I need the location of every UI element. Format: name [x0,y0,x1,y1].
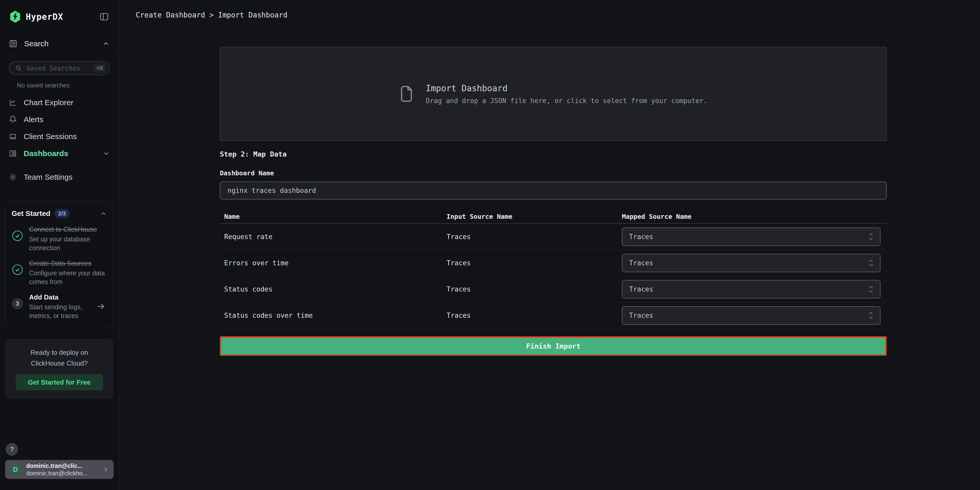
get-started-title: Get Started [11,210,50,218]
dashboard-grid-icon [9,150,17,158]
user-name: dominic.tran@clic... [26,462,88,470]
dropzone-text: Import Dashboard Drag and drop a JSON fi… [426,83,708,105]
selected-option: Traces [629,233,653,241]
dropzone-subtitle: Drag and drop a JSON file here, or click… [426,97,708,105]
chevron-right-icon [102,466,109,473]
select-chevrons-icon [867,258,875,268]
search-section-icon [9,39,18,48]
user-email: dominic.tran@clickho... [26,470,88,477]
sidebar-item-label: Chart Explorer [24,98,73,107]
chart-name-cell: Request rate [224,233,447,241]
table-row: Request rate Traces Traces [220,224,887,250]
table-row: Status codes over time Traces Traces [220,302,887,329]
chart-name-cell: Errors over time [224,259,447,267]
mapped-source-select[interactable]: Traces [622,306,880,325]
bell-icon [9,115,17,124]
get-started-free-button[interactable]: Get Started for Free [16,374,103,390]
input-source-cell: Traces [447,285,622,293]
table-header-row: Name Input Source Name Mapped Source Nam… [220,210,887,224]
file-icon [399,84,414,103]
chart-name-cell: Status codes over time [224,312,447,319]
mapped-source-select[interactable]: Traces [622,228,880,246]
laptop-icon [9,132,17,141]
step-title: Create Data Sources [29,259,107,267]
column-header-input-source: Input Source Name [447,213,622,220]
selected-option: Traces [629,259,653,267]
logo-row: HyperDX [0,0,119,33]
breadcrumb[interactable]: Create Dashboard > Import Dashboard [136,11,288,19]
get-started-step-connect[interactable]: Connect to ClickHouse Set up your databa… [11,225,107,252]
sidebar: HyperDX Search Saved Searches ⌘K [0,0,119,490]
sidebar-item-client-sessions[interactable]: Client Sessions [0,128,119,145]
progress-badge: 2/3 [54,209,70,218]
sidebar-item-chart-explorer[interactable]: Chart Explorer [0,94,119,111]
table-row: Errors over time Traces Traces [220,250,887,276]
mapped-source-select[interactable]: Traces [622,280,880,299]
sidebar-item-team-settings[interactable]: Team Settings [0,169,119,186]
get-started-header[interactable]: Get Started 2/3 [11,209,107,218]
chart-name-cell: Status codes [224,285,447,293]
get-started-step-sources[interactable]: Create Data Sources Configure where your… [11,259,107,286]
step-number-badge: 3 [12,298,23,309]
dropzone-title: Import Dashboard [426,83,708,93]
main-area: Create Dashboard > Import Dashboard Impo… [119,0,980,490]
sidebar-item-label: Team Settings [24,173,73,181]
check-circle-icon [12,230,23,242]
chevron-up-icon [100,210,107,217]
step-description: Start sending logs, metrics, or traces [29,302,91,320]
help-button[interactable]: ? [6,443,18,455]
search-section-label: Search [24,39,49,48]
deploy-promo-panel: Ready to deploy on ClickHouse Cloud? Get… [5,339,113,399]
input-source-cell: Traces [447,233,622,241]
import-dashboard-page: Import Dashboard Drag and drop a JSON fi… [220,47,887,356]
sidebar-item-label: Alerts [24,115,43,124]
selected-option: Traces [629,312,653,319]
sidebar-item-label: Dashboards [24,149,68,158]
step-description: Set up your database connection [29,235,107,252]
hyperdx-logo-icon [9,10,21,23]
saved-searches-placeholder: Saved Searches [26,65,94,72]
source-mapping-table: Name Input Source Name Mapped Source Nam… [220,210,887,329]
saved-searches-input[interactable]: Saved Searches ⌘K [9,61,110,75]
sidebar-section-search[interactable]: Search [0,33,119,54]
deploy-promo-line1: Ready to deploy on [11,347,107,358]
dashboard-name-input[interactable] [220,181,887,199]
chart-line-icon [9,99,17,107]
step-title: Connect to ClickHouse [29,225,107,234]
finish-import-button[interactable]: Finish Import [220,336,887,356]
step-title: Add Data [29,293,91,302]
step-description: Configure where your data comes from [29,269,107,286]
input-source-cell: Traces [447,312,622,319]
get-started-panel: Get Started 2/3 Connect to ClickHouse Se… [5,202,113,328]
dashboard-name-label: Dashboard Name [220,169,887,177]
search-icon [15,65,22,72]
no-saved-searches-text: No saved searches [17,82,119,89]
sidebar-item-alerts[interactable]: Alerts [0,111,119,128]
topbar: Create Dashboard > Import Dashboard [119,0,980,30]
user-account-menu[interactable]: D dominic.tran@clic... dominic.tran@clic… [5,460,114,479]
arrow-right-icon [96,302,106,311]
table-row: Status codes Traces Traces [220,276,887,302]
select-chevrons-icon [867,232,875,242]
column-header-name: Name [224,213,447,220]
keyboard-shortcut-badge: ⌘K [94,64,106,73]
select-chevrons-icon [867,310,875,320]
chevron-down-icon [103,150,110,157]
json-file-dropzone[interactable]: Import Dashboard Drag and drop a JSON fi… [220,47,887,141]
avatar: D [9,463,22,476]
gear-icon [9,173,17,181]
column-header-mapped-source: Mapped Source Name [622,213,887,220]
user-info: dominic.tran@clic... dominic.tran@clickh… [26,462,88,477]
select-chevrons-icon [867,284,875,294]
sidebar-item-dashboards[interactable]: Dashboards [0,145,119,162]
sidebar-nav: Chart Explorer Alerts Client Sessions [0,94,119,186]
selected-option: Traces [629,285,653,293]
sidebar-collapse-icon[interactable] [99,11,109,22]
app-title: HyperDX [26,12,63,22]
input-source-cell: Traces [447,259,622,267]
check-circle-icon [12,264,23,275]
chevron-up-icon [102,40,110,48]
step-2-heading: Step 2: Map Data [220,150,887,159]
get-started-step-add-data[interactable]: 3 Add Data Start sending logs, metrics, … [11,293,107,320]
mapped-source-select[interactable]: Traces [622,254,880,272]
